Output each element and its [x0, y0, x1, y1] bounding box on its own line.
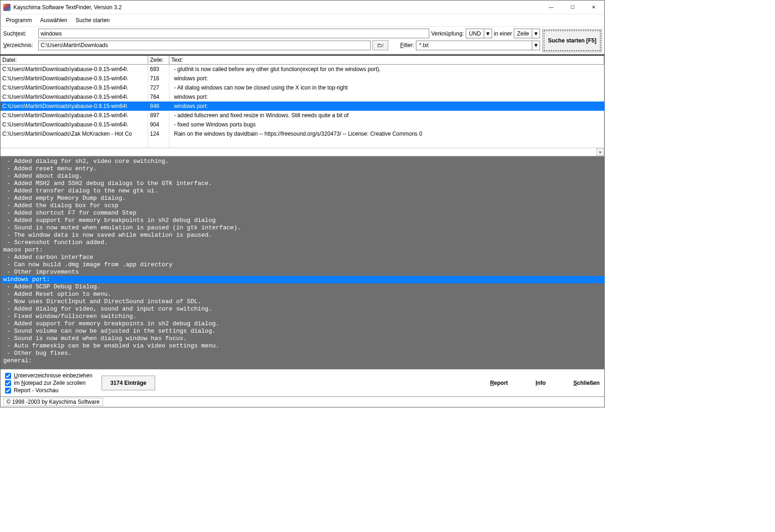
search-panel: Suchtext: Verknüpfung: UND▼ in einer Zei…: [0, 27, 604, 55]
verknupfung-label: Verknüpfung:: [431, 30, 464, 37]
filter-combo[interactable]: *.txt▼: [416, 41, 540, 50]
entries-count-button[interactable]: 3174 Einträge: [102, 376, 155, 390]
verknupfung-combo[interactable]: UND▼: [466, 29, 492, 38]
folder-tree-icon: 🗀⁝: [377, 42, 384, 48]
chevron-down-icon: ▼: [484, 29, 492, 38]
browse-folder-button[interactable]: 🗀⁝: [372, 40, 388, 50]
menu-auswaehlen[interactable]: Auswählen: [39, 16, 68, 24]
menu-suche-starten[interactable]: Suche starten: [75, 16, 111, 24]
app-icon: [3, 4, 11, 11]
results-table: Datei: Zeile: Text: C:\Users\Martin\Down…: [0, 55, 604, 156]
table-row[interactable]: C:\Users\Martin\Downloads\yabause-0.9.15…: [0, 83, 604, 92]
table-row[interactable]: C:\Users\Martin\Downloads\yabause-0.9.15…: [0, 92, 604, 102]
col-header-file[interactable]: Datei:: [0, 55, 148, 64]
window-title: Kayschima Software TextFinder, Version 3…: [13, 4, 541, 11]
suchtext-label: Suchtext:: [3, 30, 36, 37]
scroll-down-icon[interactable]: ▾: [596, 148, 604, 156]
status-text: © 1998 -2003 by Kayschima Software: [3, 398, 103, 406]
table-row[interactable]: C:\Users\Martin\Downloads\yabause-0.9.15…: [0, 74, 604, 83]
col-header-line[interactable]: Zeile:: [148, 55, 169, 64]
filter-label: Filter:: [400, 42, 414, 48]
checkbox-notepad[interactable]: im Notepad zur Zeile scrollen: [5, 380, 92, 386]
checkbox-subdirs[interactable]: Unterverzeichnisse einbeziehen: [5, 372, 92, 379]
statusbar: © 1998 -2003 by Kayschima Software: [0, 396, 604, 407]
col-header-text[interactable]: Text:: [169, 55, 604, 64]
checkbox-report-preview[interactable]: Report - Vorschau: [5, 387, 92, 394]
chevron-down-icon: ▼: [532, 29, 540, 38]
schliessen-button[interactable]: Schließen: [573, 380, 600, 386]
table-row[interactable]: C:\Users\Martin\Downloads\yabause-0.9.15…: [0, 120, 604, 129]
suchtext-input[interactable]: [38, 29, 429, 38]
preview-pane: - Added dialog for sh2, video core switc…: [0, 156, 604, 369]
close-button[interactable]: ✕: [583, 0, 604, 14]
minimize-button[interactable]: —: [541, 0, 562, 14]
menu-programm[interactable]: Programm: [5, 16, 33, 24]
maximize-button[interactable]: ☐: [562, 0, 583, 14]
verzeichnis-input[interactable]: [38, 41, 371, 50]
info-button[interactable]: Info: [535, 380, 546, 386]
bottom-panel: Unterverzeichnisse einbeziehen im Notepa…: [0, 369, 604, 396]
zeile-combo[interactable]: Zeile▼: [514, 29, 540, 38]
suche-starten-button[interactable]: Suche starten [F5]: [544, 30, 601, 51]
table-row[interactable]: C:\Users\Martin\Downloads\Zak McKracken …: [0, 129, 604, 138]
titlebar: Kayschima Software TextFinder, Version 3…: [0, 0, 604, 14]
table-row[interactable]: C:\Users\Martin\Downloads\yabause-0.9.15…: [0, 102, 604, 111]
table-row[interactable]: C:\Users\Martin\Downloads\yabause-0.9.15…: [0, 111, 604, 120]
report-button[interactable]: Report: [490, 380, 508, 386]
table-row[interactable]: C:\Users\Martin\Downloads\yabause-0.9.15…: [0, 65, 604, 74]
verzeichnis-label: Verzeichnis:: [3, 42, 36, 48]
menubar: Programm Auswählen Suche starten: [0, 14, 604, 27]
in-einer-label: in einer: [494, 30, 512, 37]
chevron-down-icon: ▼: [532, 41, 540, 50]
